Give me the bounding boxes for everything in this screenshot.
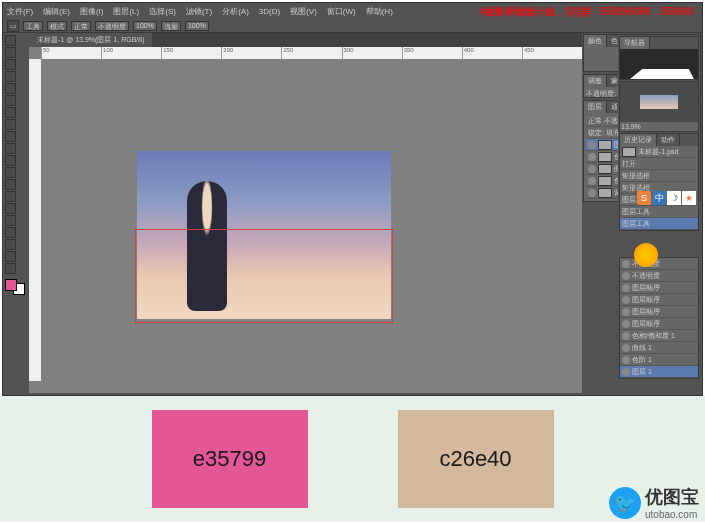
layer2-item[interactable]: 不透明度 bbox=[620, 258, 698, 270]
layer-thumb bbox=[598, 152, 612, 162]
menu-edit[interactable]: 编辑(E) bbox=[43, 6, 70, 17]
ruler-mark: 100 bbox=[101, 47, 161, 59]
menu-filter[interactable]: 滤镜(T) bbox=[186, 6, 212, 17]
lock-label: 锁定: bbox=[588, 128, 604, 138]
layer2-item[interactable]: 曲线 1 bbox=[620, 342, 698, 354]
layer-thumb bbox=[598, 164, 612, 174]
opt-flow-label: 流量 bbox=[161, 21, 181, 31]
hand-tool[interactable] bbox=[5, 251, 16, 262]
color-swatch-section: e35799 c26e40 bbox=[0, 396, 705, 522]
menu-analysis[interactable]: 分析(A) bbox=[222, 6, 249, 17]
blend-mode[interactable]: 正常 bbox=[588, 116, 602, 126]
heal-tool[interactable] bbox=[5, 107, 16, 118]
tab-navigator[interactable]: 导航器 bbox=[620, 37, 650, 49]
color-swatches[interactable] bbox=[5, 279, 25, 295]
ime-moon-icon[interactable]: ☽ bbox=[667, 191, 681, 205]
visibility-icon[interactable] bbox=[622, 356, 630, 364]
shape-tool[interactable] bbox=[5, 239, 16, 250]
brush-tool[interactable] bbox=[5, 119, 16, 130]
ime-sogou-icon[interactable]: S bbox=[637, 191, 651, 205]
canvas[interactable] bbox=[41, 59, 582, 381]
dodge-tool[interactable] bbox=[5, 191, 16, 202]
layer-thumb bbox=[598, 188, 612, 198]
tab-history[interactable]: 历史记录 bbox=[620, 134, 657, 146]
opt-opacity-val[interactable]: 100% bbox=[133, 21, 157, 31]
tab-actions[interactable]: 动作 bbox=[657, 134, 680, 146]
layer-thumb bbox=[598, 176, 612, 186]
menu-help[interactable]: 帮助(H) bbox=[366, 6, 393, 17]
visibility-icon[interactable] bbox=[622, 332, 630, 340]
ruler-mark: 200 bbox=[221, 47, 281, 59]
lasso-tool[interactable] bbox=[5, 59, 16, 70]
type-tool[interactable] bbox=[5, 215, 16, 226]
menu-layer[interactable]: 图层(L) bbox=[113, 6, 139, 17]
history-item[interactable]: 打开 bbox=[620, 158, 698, 170]
ruler-mark: 150 bbox=[161, 47, 221, 59]
nav-thumbnail[interactable] bbox=[620, 82, 698, 122]
opt-flow-val[interactable]: 100% bbox=[185, 21, 209, 31]
menu-file[interactable]: 文件(F) bbox=[7, 6, 33, 17]
layer2-item[interactable]: 色阶 1 bbox=[620, 354, 698, 366]
menu-view[interactable]: 视图(V) bbox=[290, 6, 317, 17]
visibility-icon[interactable] bbox=[588, 153, 596, 161]
tab-color[interactable]: 颜色 bbox=[584, 35, 607, 47]
visibility-icon[interactable] bbox=[622, 296, 630, 304]
history-item[interactable]: 矩形选框 bbox=[620, 170, 698, 182]
tab-adjustments[interactable]: 调整 bbox=[584, 75, 607, 87]
visibility-icon[interactable] bbox=[588, 177, 596, 185]
ime-star-icon[interactable]: ★ bbox=[682, 191, 696, 205]
history-doc[interactable]: 未标题-1.psd bbox=[620, 146, 698, 158]
pen-tool[interactable] bbox=[5, 203, 16, 214]
layer2-item[interactable]: 色相/饱和度 1 bbox=[620, 330, 698, 342]
visibility-icon[interactable] bbox=[622, 272, 630, 280]
layer2-item[interactable]: 不透明度 bbox=[620, 270, 698, 282]
eyedropper-tool[interactable] bbox=[5, 95, 16, 106]
layer2-item[interactable]: 图层 1 bbox=[620, 366, 698, 378]
path-tool[interactable] bbox=[5, 227, 16, 238]
opt-blend[interactable]: 正常 bbox=[71, 21, 91, 31]
canvas-area: 未标题-1 @ 13.9%(图层 1, RGB/8) — □ × 50 100 … bbox=[29, 33, 582, 393]
ruler-mark: 450 bbox=[522, 47, 582, 59]
zoom-tool[interactable] bbox=[5, 263, 16, 274]
layer2-item[interactable]: 图层顺序 bbox=[620, 282, 698, 294]
visibility-icon[interactable] bbox=[588, 165, 596, 173]
visibility-icon[interactable] bbox=[622, 284, 630, 292]
move-tool[interactable] bbox=[5, 35, 16, 46]
visibility-icon[interactable] bbox=[622, 320, 630, 328]
wand-tool[interactable] bbox=[5, 71, 16, 82]
active-tool-icon[interactable]: ▭ bbox=[7, 20, 19, 32]
far-right-panels: 导航器 13.9% 历史记录 动作 未标题-1.psd 打开 矩形选框 矩形选框… bbox=[618, 35, 700, 393]
gradient-tool[interactable] bbox=[5, 167, 16, 178]
nav-zoom[interactable]: 13.9% bbox=[620, 122, 698, 131]
stamp-tool[interactable] bbox=[5, 131, 16, 142]
history-item[interactable]: 图层工具 bbox=[620, 206, 698, 218]
visibility-icon[interactable] bbox=[622, 308, 630, 316]
selection-marquee[interactable] bbox=[135, 229, 393, 323]
navigator-panel: 导航器 bbox=[619, 36, 699, 80]
eraser-tool[interactable] bbox=[5, 155, 16, 166]
foreground-color[interactable] bbox=[5, 279, 17, 291]
menu-image[interactable]: 图像(I) bbox=[80, 6, 104, 17]
opt-mode-label: 模式 bbox=[47, 21, 67, 31]
marquee-tool[interactable] bbox=[5, 47, 16, 58]
crop-tool[interactable] bbox=[5, 83, 16, 94]
visibility-icon[interactable] bbox=[588, 189, 596, 197]
visibility-icon[interactable] bbox=[588, 141, 596, 149]
site-logo: 🐦 优图宝 utobao.com bbox=[609, 485, 699, 520]
ime-chinese-icon[interactable]: 中 bbox=[652, 191, 666, 205]
visibility-icon[interactable] bbox=[622, 368, 630, 376]
menu-select[interactable]: 选择(S) bbox=[149, 6, 176, 17]
blur-tool[interactable] bbox=[5, 179, 16, 190]
document-tab[interactable]: 未标题-1 @ 13.9%(图层 1, RGB/8) bbox=[29, 33, 152, 47]
layer2-item[interactable]: 图层顺序 bbox=[620, 318, 698, 330]
menu-3d[interactable]: 3D(D) bbox=[259, 7, 280, 16]
menu-window[interactable]: 窗口(W) bbox=[327, 6, 356, 17]
layer2-item[interactable]: 图层顺序 bbox=[620, 306, 698, 318]
visibility-icon[interactable] bbox=[622, 344, 630, 352]
history-brush-tool[interactable] bbox=[5, 143, 16, 154]
visibility-icon[interactable] bbox=[622, 260, 630, 268]
layer2-item[interactable]: 图层顺序 bbox=[620, 294, 698, 306]
bird-icon: 🐦 bbox=[609, 487, 641, 519]
history-item[interactable]: 图层工具 bbox=[620, 218, 698, 230]
tab-layers[interactable]: 图层 bbox=[584, 101, 607, 113]
